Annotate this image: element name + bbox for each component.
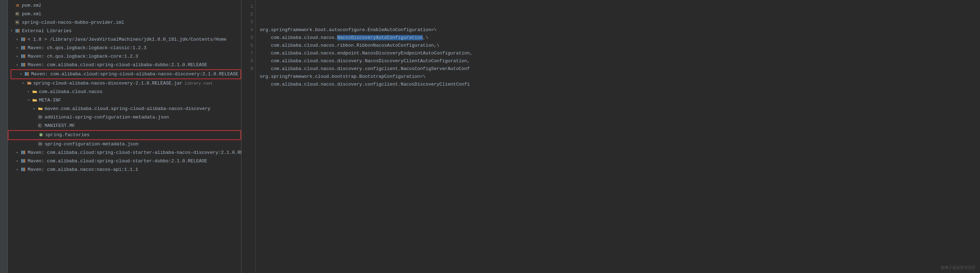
tree-arrow-pom-xml-italic[interactable] bbox=[11, 2, 15, 9]
tree-arrow-nacos-discovery[interactable]: ▾ bbox=[20, 71, 24, 78]
code-line-4: com.alibaba.cloud.nacos.endpoint.NacosDi… bbox=[260, 49, 976, 57]
icon-spring-cloud-alibaba-dubbo bbox=[21, 62, 26, 68]
line-number-7: 7 bbox=[244, 49, 253, 57]
tree-item-nacos-discovery[interactable]: ▾Maven: com.alibaba.cloud:spring-cloud-a… bbox=[11, 69, 241, 79]
svg-text:MF: MF bbox=[38, 125, 40, 127]
svg-rect-39 bbox=[23, 168, 24, 171]
svg-rect-10 bbox=[21, 46, 22, 49]
tree-label-spring-cloud-starter-nacos: Maven: com.alibaba.cloud:spring-cloud-st… bbox=[28, 149, 242, 156]
tree-arrow-external-libraries[interactable]: ▾ bbox=[11, 28, 15, 35]
icon-nacos-api bbox=[21, 167, 26, 173]
tree-item-com-alibaba-cloud-nacos[interactable]: ▸com.alibaba.cloud.nacos bbox=[8, 88, 241, 96]
tree-item-spring-cloud-alibaba-dubbo[interactable]: ▸Maven: com.alibaba.cloud:spring-cloud-a… bbox=[8, 61, 241, 69]
code-line-6: com.alibaba.cloud.nacos.discovery.config… bbox=[260, 65, 976, 73]
code-line-3: com.alibaba.cloud.nacos.ribbon.RibbonNac… bbox=[260, 42, 976, 49]
line-number-9: 9 bbox=[244, 65, 253, 73]
icon-spring-factories: ✿ bbox=[38, 132, 44, 138]
tree-item-logback-core[interactable]: ▸Maven: ch.qos.logback:logback-core:1.2.… bbox=[8, 52, 241, 61]
icon-jdk bbox=[21, 37, 26, 43]
tree-arrow-nacos-api[interactable]: ▸ bbox=[16, 166, 21, 173]
code-content[interactable]: org.springframework.boot.autoconfigure.E… bbox=[256, 0, 980, 273]
line-number-4: 4 bbox=[244, 26, 253, 34]
line-number-6: 6 bbox=[244, 42, 253, 49]
tree-item-spring-cloud-starter-nacos[interactable]: ▸Maven: com.alibaba.cloud:spring-cloud-s… bbox=[8, 149, 241, 157]
tree-label-additional-spring: additional-spring-configuration-metadata… bbox=[45, 114, 169, 121]
tree-label-spring-cloud-iml: spring-cloud-nacos-dubbo-provider.iml bbox=[22, 19, 124, 26]
svg-rect-35 bbox=[21, 159, 22, 163]
tree-arrow-spring-cloud-starter-nacos[interactable]: ▸ bbox=[16, 149, 21, 156]
tree-label-meta-inf: META-INF bbox=[39, 97, 61, 104]
icon-meta-inf bbox=[32, 98, 38, 103]
svg-rect-13 bbox=[21, 54, 22, 58]
code-line-7: org.springframework.cloud.bootstrap.Boot… bbox=[260, 73, 976, 81]
tree-item-spring-config-meta[interactable]: JSONspring-configuration-metadata.json bbox=[8, 140, 241, 149]
icon-spring-cloud-iml: XML bbox=[15, 20, 21, 25]
tree-item-external-libraries[interactable]: ▾External Libraries bbox=[8, 27, 241, 35]
svg-rect-34 bbox=[24, 151, 25, 154]
tree-arrow-spring-cloud-alibaba-dubbo[interactable]: ▸ bbox=[16, 62, 21, 68]
code-line-8: com.alibaba.cloud.nacos.discovery.config… bbox=[260, 81, 976, 89]
tree-arrow-logback-core[interactable]: ▸ bbox=[16, 53, 21, 60]
tree-label-com-alibaba-cloud-nacos: com.alibaba.cloud.nacos bbox=[39, 89, 102, 95]
svg-rect-16 bbox=[21, 63, 22, 67]
icon-additional-spring: JSON bbox=[38, 114, 43, 120]
icon-com-alibaba-cloud-nacos bbox=[32, 89, 38, 95]
svg-rect-14 bbox=[23, 54, 24, 58]
tree-arrow-spring-cloud-starter-dubbo[interactable]: ▸ bbox=[16, 158, 21, 165]
tree-label-logback-core: Maven: ch.qos.logback:logback-core:1.2.3 bbox=[28, 53, 138, 60]
tree-item-maven-folder[interactable]: ▸maven.com.alibaba.cloud.spring-cloud-al… bbox=[8, 105, 241, 113]
tree-item-pom-xml-italic[interactable]: mpom.xml bbox=[8, 2, 241, 10]
svg-rect-5 bbox=[17, 29, 18, 33]
icon-external-libraries bbox=[15, 28, 21, 34]
code-line-2: com.alibaba.cloud.nacos.NacosDiscoveryAu… bbox=[260, 34, 976, 42]
tree-item-nacos-api[interactable]: ▸Maven: com.alibaba.nacos:nacos-api:1.1.… bbox=[8, 165, 241, 174]
tree-item-manifest[interactable]: MFMANIFEST.MF bbox=[8, 122, 241, 130]
tree-arrow-spring-config-meta[interactable] bbox=[33, 141, 38, 148]
svg-rect-33 bbox=[23, 151, 24, 154]
svg-text:JSON: JSON bbox=[38, 116, 43, 119]
tree-arrow-logback-classic[interactable]: ▸ bbox=[16, 44, 21, 52]
watermark: @稀土掘金技术社区 bbox=[941, 265, 976, 270]
svg-rect-17 bbox=[23, 63, 24, 67]
tree-arrow-com-alibaba-cloud-nacos[interactable]: ▸ bbox=[28, 89, 32, 95]
svg-rect-20 bbox=[26, 72, 27, 76]
tree-label-external-libraries: External Libraries bbox=[22, 28, 72, 35]
tree-item-nacos-discovery-jar[interactable]: ▾JARspring-cloud-alibaba-nacos-discovery… bbox=[8, 79, 241, 88]
tree-label-pom-xml-italic: pom.xml bbox=[22, 2, 41, 9]
tree-arrow-nacos-discovery-jar[interactable]: ▾ bbox=[22, 80, 26, 87]
line-number-3: 3 bbox=[244, 18, 253, 26]
code-line-1: org.springframework.boot.autoconfigure.E… bbox=[260, 26, 976, 34]
tree-item-meta-inf[interactable]: ▾META-INF bbox=[8, 96, 241, 105]
icon-logback-core bbox=[21, 54, 26, 59]
tree-label-manifest: MANIFEST.MF bbox=[45, 122, 75, 129]
svg-rect-7 bbox=[21, 38, 22, 41]
tree-label-jdk: < 1.8 > /Library/Java/JavaVirtualMachine… bbox=[28, 36, 227, 43]
tree-arrow-pom-xml[interactable] bbox=[11, 11, 15, 18]
tree-arrow-additional-spring[interactable] bbox=[33, 114, 38, 121]
svg-rect-40 bbox=[24, 168, 25, 171]
tree-arrow-meta-inf[interactable]: ▾ bbox=[28, 97, 32, 104]
svg-rect-11 bbox=[23, 46, 24, 49]
icon-spring-cloud-starter-nacos bbox=[21, 150, 26, 156]
svg-rect-9 bbox=[24, 38, 25, 41]
svg-rect-4 bbox=[16, 29, 17, 33]
svg-text:XML: XML bbox=[16, 22, 19, 24]
tree-arrow-spring-factories[interactable] bbox=[34, 132, 38, 139]
tree-arrow-manifest[interactable] bbox=[33, 122, 38, 129]
svg-rect-19 bbox=[25, 72, 26, 76]
tree-label-nacos-api: Maven: com.alibaba.nacos:nacos-api:1.1.1 bbox=[28, 166, 138, 173]
tree-arrow-spring-cloud-iml[interactable] bbox=[11, 19, 15, 26]
tree-item-spring-cloud-iml[interactable]: XMLspring-cloud-nacos-dubbo-provider.iml bbox=[8, 18, 241, 27]
svg-rect-15 bbox=[24, 54, 25, 58]
tree-item-pom-xml[interactable]: XMLpom.xml bbox=[8, 10, 241, 18]
line-number-5: 5 bbox=[244, 34, 253, 42]
svg-rect-18 bbox=[24, 63, 25, 67]
tree-item-jdk[interactable]: ▸< 1.8 > /Library/Java/JavaVirtualMachin… bbox=[8, 35, 241, 44]
tree-arrow-jdk[interactable]: ▸ bbox=[16, 36, 21, 43]
tree-arrow-maven-folder[interactable]: ▸ bbox=[33, 105, 38, 113]
tree-item-additional-spring[interactable]: JSONadditional-spring-configuration-meta… bbox=[8, 113, 241, 122]
tree-item-logback-classic[interactable]: ▸Maven: ch.qos.logback:logback-classic:1… bbox=[8, 44, 241, 52]
tree-item-spring-factories[interactable]: ✿spring.factories bbox=[8, 130, 241, 140]
line-number-1: 1 bbox=[244, 3, 253, 11]
tree-item-spring-cloud-starter-dubbo[interactable]: ▸Maven: com.alibaba.cloud:spring-cloud-s… bbox=[8, 157, 241, 165]
